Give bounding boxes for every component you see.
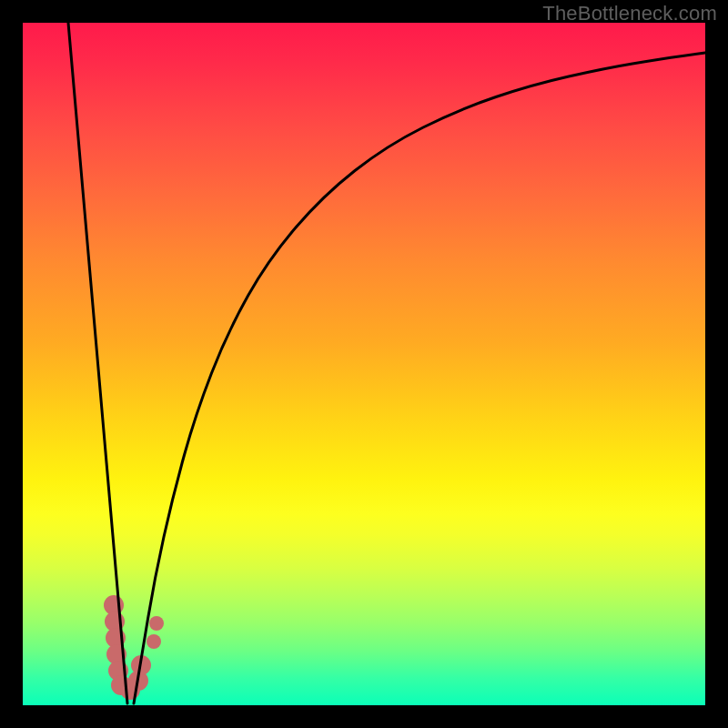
plot-area [23,23,705,705]
marker-dot [149,616,164,631]
chart-svg [23,23,705,705]
series-right-curve [134,53,705,703]
marker-dot [147,634,161,649]
chart-frame: TheBottleneck.com [0,0,728,728]
series-left-line [68,23,127,703]
curve-layer [68,23,705,703]
marker-layer [104,595,164,700]
